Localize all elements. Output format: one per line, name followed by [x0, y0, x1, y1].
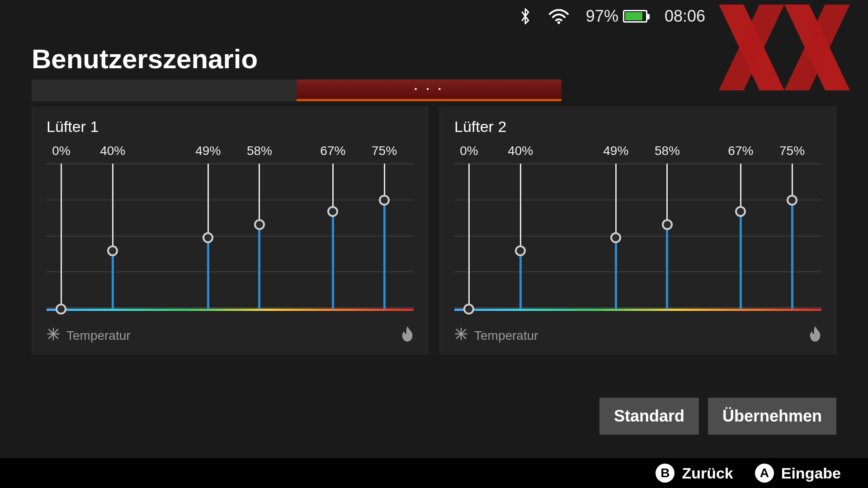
fan2-point-label: 0%: [460, 144, 478, 158]
fan1-point-label: 58%: [247, 144, 272, 158]
wifi-icon: [549, 9, 569, 24]
user-scenario-tab-1[interactable]: [32, 80, 297, 101]
bottom-hint-bar: B Zurück A Eingabe: [0, 458, 868, 488]
fan1-slider-handle-2[interactable]: [203, 232, 213, 243]
bluetooth-icon: [519, 7, 532, 25]
fan1-chart[interactable]: 0%40%49%58%67%75%: [47, 140, 414, 321]
slider-fill: [615, 238, 617, 309]
fan1-panel: Lüfter 1 0%40%49%58%67%75% Temperatur: [32, 107, 429, 354]
fan2-point-label: 49%: [603, 144, 628, 158]
fan1-footer: Temperatur: [47, 326, 414, 345]
flame-icon: [809, 326, 821, 345]
slider-track: [61, 164, 62, 309]
slider-track: [468, 164, 470, 309]
fan1-point-label: 40%: [100, 144, 125, 158]
fan2-footer: Temperatur: [454, 326, 821, 345]
fan1-slider-handle-3[interactable]: [254, 219, 265, 230]
fan2-point-label: 75%: [779, 144, 805, 158]
slider-fill: [791, 200, 793, 310]
battery-icon: [623, 10, 647, 23]
page-title: Benutzerszenario: [32, 43, 258, 75]
fan2-point-label: 40%: [508, 144, 533, 158]
fan2-point-label: 58%: [655, 144, 680, 158]
fan2-slider-handle-1[interactable]: [515, 245, 526, 256]
fan2-title: Lüfter 2: [454, 118, 821, 136]
b-key-icon: B: [656, 464, 675, 483]
slider-fill: [332, 211, 334, 309]
snowflake-icon: [454, 327, 468, 344]
battery-pct: 97%: [586, 7, 618, 26]
fan2-panel: Lüfter 2 0%40%49%58%67%75% Temperatur: [439, 107, 836, 354]
slider-fill: [519, 251, 522, 309]
fan1-slider-handle-0[interactable]: [56, 304, 66, 314]
back-label: Zurück: [682, 465, 733, 482]
action-buttons: Standard Übernehmen: [599, 398, 836, 435]
fan2-point-label: 67%: [728, 144, 753, 158]
fan2-slider-handle-5[interactable]: [787, 195, 797, 206]
svg-point-0: [557, 21, 560, 24]
fan1-slider-handle-5[interactable]: [379, 195, 390, 206]
fan1-slider-handle-4[interactable]: [327, 206, 338, 217]
standard-button[interactable]: Standard: [599, 398, 699, 435]
flame-icon: [401, 326, 414, 345]
fan1-point-label: 75%: [372, 144, 397, 158]
fan2-slider-handle-0[interactable]: [463, 304, 474, 314]
a-key-icon: A: [755, 464, 774, 483]
enter-hint: A Eingabe: [755, 464, 841, 483]
status-bar: 97% 08:06: [0, 0, 868, 33]
battery-status: 97%: [586, 7, 647, 26]
fan2-slider-handle-4[interactable]: [735, 206, 746, 217]
snowflake-icon: [47, 327, 60, 344]
fan2-temp-label: Temperatur: [474, 328, 538, 343]
fan1-point-label: 0%: [52, 144, 70, 158]
fan2-chart[interactable]: 0%40%49%58%67%75%: [454, 140, 821, 321]
clock: 08:06: [665, 7, 705, 26]
slider-fill: [666, 225, 668, 309]
fan2-slider-handle-3[interactable]: [662, 219, 673, 230]
slider-fill: [383, 200, 386, 310]
tab-strip: · · ·: [32, 80, 561, 101]
slider-fill: [112, 251, 114, 309]
back-hint: B Zurück: [656, 464, 733, 483]
fan1-temp-label: Temperatur: [66, 328, 131, 343]
enter-label: Eingabe: [781, 465, 841, 482]
slider-fill: [207, 238, 209, 309]
fan1-title: Lüfter 1: [47, 118, 414, 136]
fan1-slider-handle-1[interactable]: [107, 245, 118, 256]
fan-panels: Lüfter 1 0%40%49%58%67%75% Temperatur L: [32, 107, 836, 354]
user-scenario-tab-2[interactable]: · · ·: [297, 80, 561, 101]
fan1-point-label: 67%: [320, 144, 345, 158]
fan1-point-label: 49%: [195, 144, 221, 158]
apply-button[interactable]: Übernehmen: [708, 398, 836, 435]
fan2-slider-handle-2[interactable]: [610, 232, 621, 243]
slider-fill: [740, 211, 742, 309]
slider-fill: [258, 225, 260, 309]
